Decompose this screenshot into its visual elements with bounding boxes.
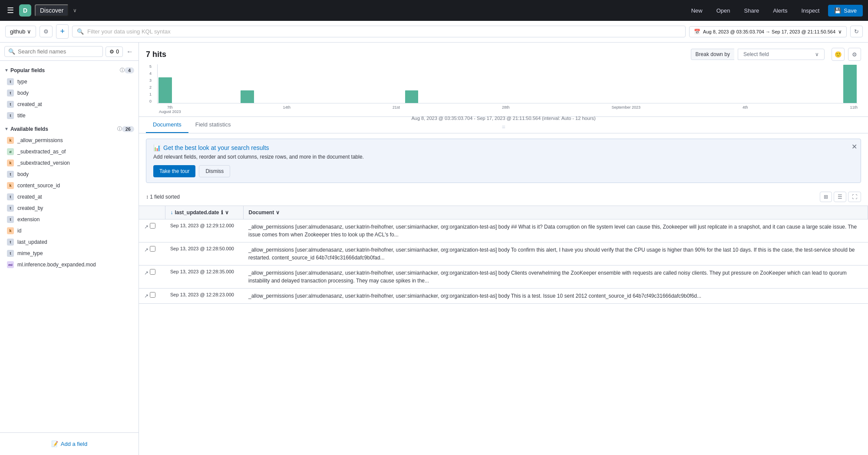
save-button[interactable]: 💾 Save	[828, 5, 863, 17]
add-filter-button[interactable]: +	[56, 24, 69, 39]
field-type-badge: t	[7, 90, 14, 96]
field-name: body	[17, 90, 29, 96]
time-picker[interactable]: 📅 Aug 8, 2023 @ 03:35:03.704 → Sep 17, 2…	[689, 26, 847, 37]
popular-fields-count: 4	[125, 67, 134, 73]
field-name: created_at	[17, 194, 42, 200]
col-header-document[interactable]: Document ∨	[243, 206, 868, 219]
new-button[interactable]: New	[686, 6, 708, 16]
bar-chart: 0 1 2 3 4 5 7thAugust 2023 14th 21st 28t…	[146, 64, 861, 116]
row-expand-button[interactable]: ↗	[144, 293, 149, 299]
available-fields-info-icon[interactable]: ⓘ	[117, 126, 122, 132]
search-icon: 🔍	[77, 28, 84, 35]
field-name: type	[17, 79, 27, 85]
data-source-button[interactable]: github ∨	[5, 26, 36, 37]
popular-field-item[interactable]: tcreated_at	[0, 99, 139, 110]
field-name: created_by	[17, 205, 43, 211]
chart-time-range-label: Aug 8, 2023 @ 03:35:03.704 - Sep 17, 202…	[149, 114, 858, 123]
y-label-3: 3	[149, 78, 155, 83]
chart-smiley-button[interactable]: 🙂	[832, 48, 845, 61]
available-fields-title: Available fields	[10, 126, 116, 132]
tour-banner-title: 📊 Get the best look at your search resul…	[153, 144, 854, 151]
search-input[interactable]	[18, 48, 99, 55]
row-expand-button[interactable]: ↗	[144, 270, 149, 276]
popular-fields-section-header[interactable]: ▼ Popular fields ⓘ 4	[0, 64, 139, 76]
available-field-item[interactable]: tbody	[0, 169, 139, 180]
available-field-item[interactable]: k_allow_permissions	[0, 135, 139, 146]
filter-options-button[interactable]: ⚙	[40, 26, 53, 37]
filter-count-label: 0	[116, 49, 119, 55]
popular-field-item[interactable]: ttype	[0, 76, 139, 87]
sidebar-body: ▼ Popular fields ⓘ 4 ttypetbodytcreated_…	[0, 61, 139, 432]
available-field-item[interactable]: tcreated_by	[0, 203, 139, 214]
field-type-badge: t	[7, 171, 14, 178]
view-expand-button[interactable]: ⛶	[848, 192, 861, 202]
app-chevron-icon: ∨	[73, 7, 77, 13]
field-name: title	[17, 113, 26, 119]
field-name: body	[17, 171, 29, 177]
col-header-date[interactable]: ↓ last_updated.date ℹ ∨	[165, 206, 243, 219]
open-button[interactable]: Open	[711, 6, 736, 16]
table-row: ↗ Sep 13, 2023 @ 12:28:23.000 _allow_per…	[139, 289, 868, 304]
popular-field-item[interactable]: tbody	[0, 87, 139, 99]
view-rows-button[interactable]: ☰	[834, 192, 846, 202]
chart-bar	[158, 77, 172, 103]
app-name-button[interactable]: Discover	[35, 4, 69, 17]
field-name: created_at	[17, 101, 42, 107]
alerts-button[interactable]: Alerts	[768, 6, 792, 16]
row-document: _allow_permissions [user:almudenasanz, u…	[243, 219, 868, 242]
field-name: mime_type	[17, 250, 43, 256]
field-name: extension	[17, 216, 40, 223]
available-field-item[interactable]: textension	[0, 214, 139, 225]
chart-bar	[405, 90, 419, 103]
available-field-item[interactable]: mlml.inference.body_expanded.mod	[0, 259, 139, 270]
share-button[interactable]: Share	[739, 6, 765, 16]
y-label-4: 4	[149, 71, 155, 76]
available-field-item[interactable]: kid	[0, 225, 139, 236]
field-type-badge: t	[7, 216, 14, 223]
x-label-1: 14th	[283, 105, 291, 114]
row-actions: ↗	[139, 242, 165, 266]
available-field-item[interactable]: d_subextracted_as_of	[0, 146, 139, 157]
available-field-item[interactable]: tmime_type	[0, 248, 139, 259]
available-field-item[interactable]: kcontent_source_id	[0, 180, 139, 191]
tour-close-button[interactable]: ✕	[851, 143, 857, 151]
time-picker-chevron: ∨	[838, 29, 842, 35]
date-col-label: last_updated.date	[175, 209, 219, 216]
filter-count-button[interactable]: ⚙ 0	[106, 46, 123, 57]
popular-fields-info-icon[interactable]: ⓘ	[120, 67, 125, 73]
row-checkbox[interactable]	[150, 292, 155, 298]
row-checkbox[interactable]	[150, 246, 155, 252]
add-field-icon: 📝	[51, 441, 58, 447]
add-field-label: Add a field	[61, 441, 87, 447]
chart-settings-button[interactable]: ⚙	[848, 48, 861, 61]
field-type-badge: t	[7, 239, 14, 246]
chart-drag-handle[interactable]: ≡	[149, 123, 858, 130]
collapse-sidebar-button[interactable]: ←	[125, 47, 134, 56]
field-type-badge: t	[7, 112, 14, 119]
col-header-actions	[139, 206, 165, 219]
available-fields-section-header[interactable]: ▼ Available fields ⓘ 26	[0, 123, 139, 135]
inspect-button[interactable]: Inspect	[796, 6, 825, 16]
available-field-item[interactable]: k_subextracted_version	[0, 157, 139, 169]
take-tour-button[interactable]: Take the tour	[153, 165, 195, 177]
select-field-button[interactable]: Select field ∨	[738, 49, 825, 60]
add-field-button[interactable]: 📝 Add a field	[4, 437, 134, 451]
x-label-0: 7thAugust 2023	[159, 105, 181, 114]
available-field-item[interactable]: tlast_updated	[0, 236, 139, 248]
date-col-chevron: ∨	[225, 209, 229, 216]
view-columns-button[interactable]: ⊞	[820, 192, 832, 202]
row-expand-button[interactable]: ↗	[144, 247, 149, 253]
x-label-4: September 2023	[611, 105, 640, 114]
row-actions: ↗	[139, 219, 165, 242]
refresh-button[interactable]: ↻	[850, 26, 863, 37]
field-search-container[interactable]: 🔍	[4, 46, 103, 57]
available-field-item[interactable]: tcreated_at	[0, 191, 139, 203]
row-checkbox[interactable]	[150, 269, 155, 275]
popular-field-item[interactable]: ttitle	[0, 110, 139, 121]
dismiss-button[interactable]: Dismiss	[199, 165, 230, 177]
hamburger-menu-button[interactable]: ☰	[5, 4, 16, 17]
row-checkbox[interactable]	[150, 223, 155, 229]
row-expand-button[interactable]: ↗	[144, 224, 149, 230]
row-document: _allow_permissions [user:almudenasanz, u…	[243, 266, 868, 289]
app-icon: D	[19, 4, 31, 17]
